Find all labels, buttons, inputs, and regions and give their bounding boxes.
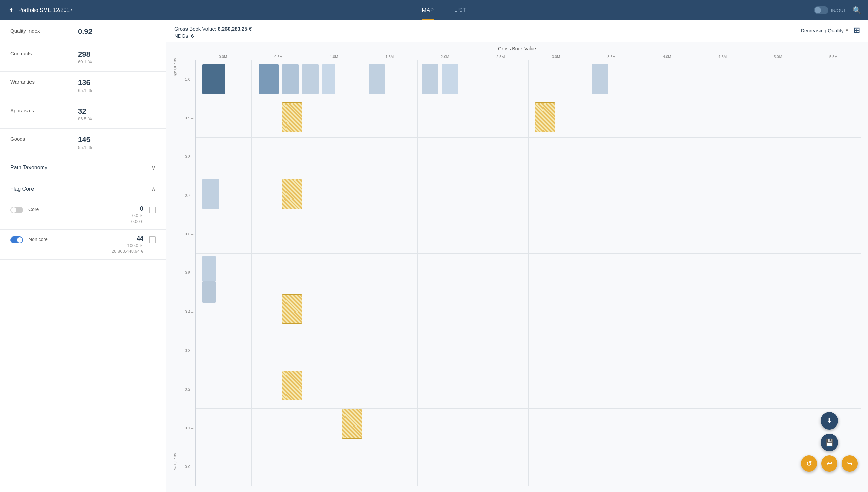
low-quality-label: Low Quality — [173, 453, 180, 472]
quality-dropdown[interactable]: Decreasing Quality ▾ — [801, 27, 848, 33]
main-layout: Quality Index 0.92 Contracts 298 60.1 % … — [0, 20, 868, 492]
goods-value: 145 — [78, 135, 156, 144]
y-tick-0: 0.0 – — [180, 447, 193, 486]
main-nav: MAP LIST — [102, 7, 787, 14]
fab-container: ⬇ 💾 ↺ ↩ ↪ — [801, 412, 858, 472]
warranties-values: 136 65.1 % — [78, 78, 156, 93]
y-tick-09: 0.9 – — [180, 99, 193, 137]
y-tick-06: 0.6 – — [180, 215, 193, 253]
flag-core-item-noncore: Non core 44 100.0 % 28,863,448.94 € — [0, 230, 166, 260]
noncore-checkbox[interactable] — [149, 236, 156, 243]
vline-7 — [584, 60, 584, 486]
chart-title: Gross Book Value — [173, 46, 861, 51]
appraisals-label: Appraisals — [10, 107, 78, 113]
cell-05-00m-a — [202, 256, 216, 281]
undo-fab[interactable]: ↩ — [821, 455, 837, 472]
y-tick-08: 0.8 – — [180, 137, 193, 176]
core-toggle[interactable] — [10, 207, 23, 213]
right-panel: Gross Book Value: 6,260,283.25 € NDGs: 6… — [166, 20, 868, 492]
ndgs-value: 6 — [191, 33, 194, 39]
toggle-knob — [815, 7, 821, 13]
upload-icon[interactable]: ⬆ — [7, 6, 15, 14]
redo-fab[interactable]: ↪ — [842, 455, 858, 472]
appraisals-value: 32 — [78, 107, 156, 116]
flag-core-chevron: ∧ — [151, 185, 156, 193]
x-label-4: 2.0M — [417, 55, 473, 59]
y-tick-03: 0.3 – — [180, 331, 193, 370]
vline-5 — [473, 60, 473, 486]
ndgs-label: NDGs: — [174, 33, 190, 39]
cell-10-05m-light — [259, 64, 279, 94]
vline-1 — [251, 60, 252, 486]
inout-label: IN/OUT — [831, 8, 846, 13]
core-toggle-knob — [11, 207, 16, 213]
chart-container: Gross Book Value High Quality Low Qualit… — [166, 42, 868, 492]
x-label-6: 3.0M — [528, 55, 584, 59]
cell-10-10m-light — [302, 64, 319, 94]
core-label: Core — [28, 207, 131, 212]
x-label-10: 5.0M — [750, 55, 806, 59]
path-taxonomy-section-header[interactable]: Path Taxonomy ∨ — [0, 157, 166, 178]
cell-10-20m-b — [442, 64, 458, 94]
warranties-row: Warranties 136 65.1 % — [0, 72, 166, 100]
path-taxonomy-title: Path Taxonomy — [10, 165, 47, 171]
redo-icon: ↪ — [847, 459, 853, 468]
quality-index-label: Quality Index — [10, 27, 78, 34]
contracts-pct: 60.1 % — [78, 59, 156, 64]
y-tick-07: 0.7 – — [180, 176, 193, 215]
goods-row: Goods 145 55.1 % — [0, 129, 166, 157]
x-label-11: 5.5M — [806, 55, 861, 59]
grid-view-icon[interactable]: ⊞ — [854, 26, 860, 35]
x-label-7: 3.5M — [584, 55, 639, 59]
x-axis: 0.0M 0.5M 1.0M 1.5M 2.0M 2.5M 3.0M 3.5M … — [180, 55, 861, 59]
quality-dropdown-label: Decreasing Quality — [801, 27, 844, 33]
core-checkbox[interactable] — [149, 207, 156, 213]
inout-toggle[interactable] — [814, 6, 828, 14]
grid-plot — [195, 60, 861, 486]
vline-6 — [528, 60, 529, 486]
x-label-2: 1.0M — [306, 55, 362, 59]
nav-map[interactable]: MAP — [422, 7, 434, 14]
cell-02-hatched — [282, 371, 302, 400]
cell-05-00m-b — [202, 281, 216, 303]
x-label-0: 0.0M — [195, 55, 251, 59]
right-header-controls: Decreasing Quality ▾ ⊞ — [801, 26, 860, 35]
flag-core-title: Flag Core — [10, 186, 34, 192]
noncore-toggle[interactable] — [10, 236, 23, 243]
vline-9 — [695, 60, 695, 486]
appraisals-pct: 86.5 % — [78, 116, 156, 121]
plot-with-yticks: 0.0 – 0.1 – 0.2 – 0.3 – 0.4 – 0.5 – 0.6 … — [180, 60, 861, 486]
refresh-fab[interactable]: ↺ — [801, 455, 817, 472]
save-fab[interactable]: 💾 — [821, 434, 838, 451]
contracts-row: Contracts 298 60.1 % — [0, 43, 166, 72]
cell-09-hatched — [282, 102, 302, 132]
appraisals-values: 32 86.5 % — [78, 107, 156, 121]
contracts-values: 298 60.1 % — [78, 50, 156, 64]
cell-10-125m-light — [322, 64, 335, 94]
cell-10-075m-light — [282, 64, 299, 94]
quality-index-value: 0.92 — [78, 27, 156, 36]
vline-4 — [417, 60, 418, 486]
x-label-8: 4.0M — [639, 55, 695, 59]
y-tick-04: 0.4 – — [180, 292, 193, 331]
dropdown-arrow-icon: ▾ — [846, 27, 848, 33]
core-values: 0 0.0 % 0.00 € — [131, 205, 143, 224]
warranties-label: Warranties — [10, 78, 78, 85]
quality-index-row: Quality Index 0.92 — [0, 20, 166, 43]
core-amount: 0.00 € — [131, 219, 143, 224]
y-ticks: 0.0 – 0.1 – 0.2 – 0.3 – 0.4 – 0.5 – 0.6 … — [180, 60, 195, 486]
noncore-amount: 28,863,448.94 € — [112, 249, 143, 254]
flag-core-section-header[interactable]: Flag Core ∧ — [0, 178, 166, 200]
warranties-value: 136 — [78, 78, 156, 87]
noncore-count: 44 — [112, 235, 143, 242]
chart-info: Gross Book Value: 6,260,283.25 € NDGs: 6 — [174, 26, 252, 39]
nav-list[interactable]: LIST — [454, 7, 467, 14]
vline-8 — [639, 60, 639, 486]
inout-toggle-wrapper: IN/OUT — [814, 6, 846, 14]
chart-area: High Quality Low Quality 0.0M 0.5M 1.0M … — [173, 55, 861, 486]
appraisals-row: Appraisals 32 86.5 % — [0, 100, 166, 129]
search-icon[interactable]: 🔍 — [853, 6, 861, 14]
y-tick-02: 0.2 – — [180, 370, 193, 409]
download-fab[interactable]: ⬇ — [821, 412, 838, 430]
cell-01-hatched — [342, 409, 362, 439]
